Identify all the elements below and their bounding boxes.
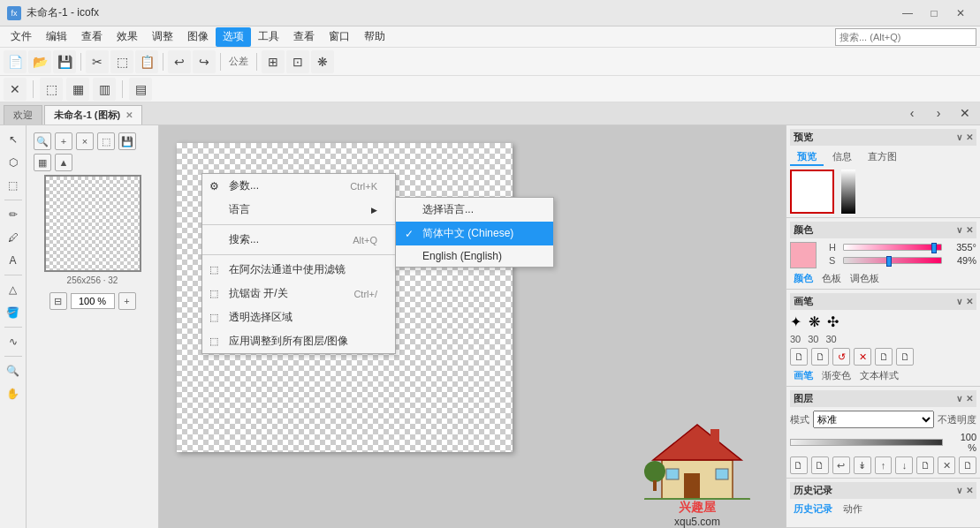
search-container: [835, 28, 976, 46]
menu-options-search[interactable]: 搜索... Alt+Q: [202, 228, 395, 252]
new-button[interactable]: 📄: [4, 50, 27, 73]
sub-english[interactable]: English (English): [396, 245, 553, 267]
minimize-button[interactable]: —: [895, 4, 920, 22]
menu-sep1: [202, 224, 395, 225]
title-bar-left: fx 未命名-1 - icofx: [7, 5, 99, 20]
menu-sep2: [202, 254, 395, 255]
alpha-filter-icon: ⬚: [209, 264, 218, 275]
menu-window[interactable]: 窗口: [322, 27, 357, 47]
save-button[interactable]: 💾: [53, 50, 76, 73]
menu-apply-all[interactable]: ⬚ 应用调整到所有图层/图像: [202, 329, 395, 353]
search-input[interactable]: [835, 28, 976, 46]
menu-effects[interactable]: 效果: [110, 27, 145, 47]
tb2-btn2[interactable]: ⬚: [40, 78, 63, 101]
menu-view2[interactable]: 查看: [286, 27, 322, 47]
menu-view1[interactable]: 查看: [74, 27, 110, 47]
main-toolbar: 📄 📂 💾 ✂ ⬚ 📋 ↩ ↪ 公差 ⊞ ⊡ ❋: [0, 48, 980, 76]
search-shortcut: Alt+Q: [353, 235, 377, 245]
menu-tools[interactable]: 工具: [251, 27, 286, 47]
tb2-btn5[interactable]: ▤: [129, 78, 152, 101]
tolerance-label: 公差: [225, 55, 252, 68]
menu-help[interactable]: 帮助: [357, 27, 392, 47]
params-shortcut: Ctrl+K: [350, 181, 377, 192]
tb2-sep2: [122, 80, 123, 98]
menu-transparent-select[interactable]: ⬚ 透明选择区域: [202, 305, 395, 329]
main-layout: ↖ ⬡ ⬚ ✏ 🖊 A △ 🪣 ∿ 🔍 ✋ 🔍 + × ⬚: [0, 125, 980, 528]
menu-alpha-filter[interactable]: ⬚ 在阿尔法通道中使用滤镜: [202, 258, 395, 282]
tab-bar: 欢迎 未命名-1 (图标) ✕ ‹ › ✕: [0, 102, 980, 125]
menu-image[interactable]: 图像: [180, 27, 216, 47]
toolbar-sep2: [163, 53, 163, 71]
secondary-toolbar: ✕ ⬚ ▦ ▥ ▤: [0, 76, 980, 102]
title-bar: fx 未命名-1 - icofx — □ ✕: [0, 0, 980, 26]
menu-adjust[interactable]: 调整: [145, 27, 180, 47]
close-button[interactable]: ✕: [948, 4, 973, 22]
copy-button[interactable]: ⬚: [110, 50, 133, 73]
apply-all-icon: ⬚: [209, 336, 218, 347]
menu-options-params[interactable]: ⚙ 参数... Ctrl+K: [202, 174, 395, 198]
tb2-sep1: [33, 80, 34, 98]
menu-file[interactable]: 文件: [4, 27, 39, 47]
tab-close-all-button[interactable]: ✕: [953, 102, 976, 124]
language-submenu: 选择语言... ✓ 简体中文 (Chinese) English (Englis…: [395, 197, 554, 268]
maximize-button[interactable]: □: [922, 4, 946, 22]
app-icon: fx: [7, 6, 21, 20]
tab-welcome[interactable]: 欢迎: [4, 105, 42, 124]
transparent-icon: ⬚: [209, 312, 218, 323]
options-dropdown: ⚙ 参数... Ctrl+K 语言 选择语言... ✓ 简体中文 (Chines…: [201, 173, 396, 354]
toolbar-sep4: [256, 53, 257, 71]
menu-edit[interactable]: 编辑: [39, 27, 74, 47]
redo-button[interactable]: ↪: [193, 50, 216, 73]
menu-antialias[interactable]: ⬚ 抗锯齿 开/关 Ctrl+/: [202, 282, 395, 305]
toolbar-icon2[interactable]: ⊡: [286, 50, 309, 73]
open-button[interactable]: 📂: [28, 50, 51, 73]
paste-button[interactable]: 📋: [135, 50, 158, 73]
toolbar-sep3: [220, 53, 221, 71]
tb2-btn3[interactable]: ▦: [66, 78, 89, 101]
tab-icon-close[interactable]: ✕: [125, 110, 133, 120]
tab-next-button[interactable]: ›: [927, 102, 950, 124]
tb2-btn1[interactable]: ✕: [4, 78, 27, 101]
params-icon: ⚙: [209, 180, 219, 192]
window-controls: — □ ✕: [895, 4, 973, 22]
toolbar-sep1: [80, 53, 81, 71]
menu-options-language[interactable]: 语言 选择语言... ✓ 简体中文 (Chinese) English (Eng…: [202, 198, 395, 222]
sub-simplified-chinese[interactable]: ✓ 简体中文 (Chinese): [396, 222, 553, 245]
antialias-icon: ⬚: [209, 288, 218, 299]
toolbar-icon3[interactable]: ❋: [311, 50, 334, 73]
tab-icon-label: 未命名-1 (图标): [54, 109, 120, 122]
dropdown-overlay: ⚙ 参数... Ctrl+K 语言 选择语言... ✓ 简体中文 (Chines…: [0, 125, 980, 528]
menu-bar: 文件 编辑 查看 效果 调整 图像 选项 工具 查看 窗口 帮助: [0, 26, 980, 48]
undo-button[interactable]: ↩: [168, 50, 191, 73]
cut-button[interactable]: ✂: [86, 50, 109, 73]
tb2-btn4[interactable]: ▥: [93, 78, 116, 101]
window-title: 未命名-1 - icofx: [27, 5, 99, 20]
tab-welcome-label: 欢迎: [13, 109, 33, 122]
checkmark-icon: ✓: [405, 228, 414, 240]
tab-prev-button[interactable]: ‹: [900, 102, 923, 124]
toolbar-icon1[interactable]: ⊞: [262, 50, 285, 73]
tab-icon[interactable]: 未命名-1 (图标) ✕: [44, 105, 142, 124]
menu-options[interactable]: 选项: [216, 27, 251, 47]
sub-select-language[interactable]: 选择语言...: [396, 198, 553, 222]
antialias-shortcut: Ctrl+/: [353, 289, 377, 299]
